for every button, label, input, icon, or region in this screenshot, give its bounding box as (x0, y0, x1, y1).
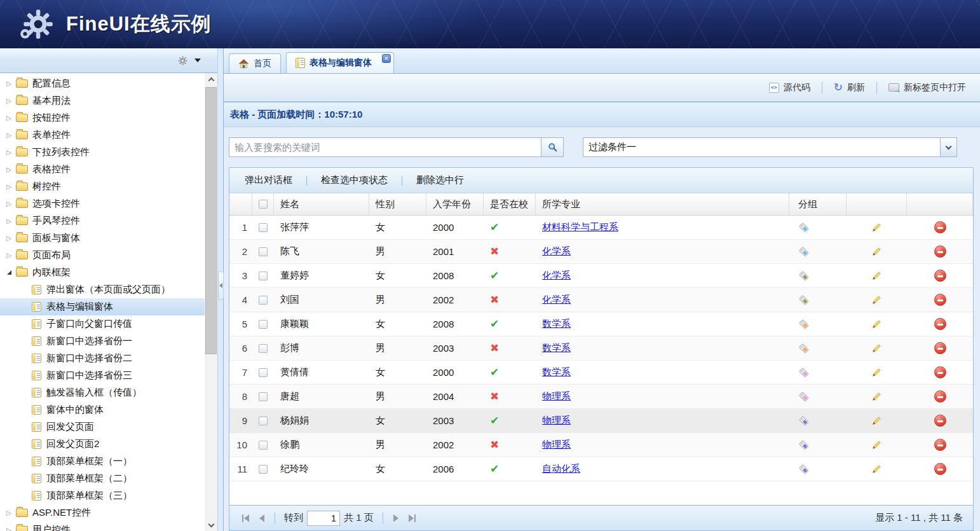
collapsed-arrow-icon[interactable]: ▷ (4, 132, 14, 139)
edit-pencil-icon[interactable] (871, 439, 882, 450)
collapsed-arrow-icon[interactable]: ▷ (4, 149, 14, 156)
scrollbar-thumb[interactable] (205, 87, 217, 354)
table-row[interactable]: 1 张萍萍 女 2000 ✔ 材料科学与工程系 (229, 216, 973, 240)
collapsed-arrow-icon[interactable]: ▷ (4, 97, 14, 104)
tag-icon[interactable] (798, 391, 810, 403)
tag-icon[interactable] (798, 246, 810, 258)
edit-pencil-icon[interactable] (871, 319, 882, 329)
filter-dropdown[interactable]: 过滤条件一 (583, 137, 957, 157)
table-row[interactable]: 4 刘国 男 2002 ✖ 化学系 (229, 288, 973, 312)
edit-pencil-icon[interactable] (871, 391, 882, 402)
table-row[interactable]: 2 陈飞 男 2001 ✖ 化学系 (229, 240, 973, 264)
scroll-up-icon[interactable] (205, 73, 217, 85)
major-link[interactable]: 数学系 (542, 366, 571, 378)
edit-pencil-icon[interactable] (871, 246, 882, 257)
table-row[interactable]: 3 董婷婷 女 2008 ✔ 化学系 (229, 264, 973, 288)
tab-home[interactable]: 首页 (229, 53, 281, 73)
tag-icon[interactable] (798, 464, 810, 475)
header-major[interactable]: 所学专业 (536, 193, 789, 215)
settings-gear-icon[interactable] (177, 55, 188, 66)
page-number-input[interactable] (307, 511, 340, 526)
source-code-button[interactable]: <> 源代码 (764, 79, 815, 96)
collapse-sidebar-handle[interactable] (218, 271, 224, 300)
expanded-arrow-icon[interactable] (4, 269, 14, 276)
tree-child-grid-edit-window-selected[interactable]: 表格与编辑窗体 (0, 298, 205, 315)
major-link[interactable]: 数学系 (542, 342, 571, 354)
row-checkbox[interactable] (259, 344, 268, 353)
sidebar-scrollbar[interactable] (205, 73, 217, 531)
tree-child-postback-parent-2[interactable]: 回发父页面2 (0, 436, 205, 453)
table-row[interactable]: 9 杨娟娟 女 2003 ✔ 物理系 (229, 409, 973, 433)
tree-item-form[interactable]: ▷表单控件 (0, 127, 205, 144)
row-checkbox[interactable] (259, 441, 268, 450)
tree-child-select-province-2[interactable]: 新窗口中选择省份二 (0, 350, 205, 367)
row-checkbox[interactable] (259, 417, 268, 425)
row-checkbox[interactable] (259, 223, 268, 232)
tree-child-window-in-window[interactable]: 窗体中的窗体 (0, 401, 205, 418)
table-row[interactable]: 5 康颖颖 女 2008 ✔ 数学系 (229, 312, 973, 336)
tree-child-popup-window[interactable]: 弹出窗体（本页面或父页面） (0, 281, 205, 298)
tree-child-top-menu-frame-2[interactable]: 顶部菜单框架（二） (0, 470, 205, 487)
open-new-tab-button[interactable]: 新标签页中打开 (883, 79, 971, 96)
tree-item-user-controls[interactable]: ▷用户控件 (0, 521, 205, 531)
collapsed-arrow-icon[interactable]: ▷ (4, 114, 14, 121)
refresh-button[interactable]: ↻ 刷新 (829, 79, 870, 96)
row-checkbox[interactable] (259, 368, 268, 377)
edit-pencil-icon[interactable] (871, 343, 882, 354)
collapsed-arrow-icon[interactable]: ▷ (4, 252, 14, 259)
tree-item-layout[interactable]: ▷页面布局 (0, 247, 205, 264)
dropdown-trigger[interactable] (940, 138, 956, 156)
table-row[interactable]: 6 彭博 男 2003 ✖ 数学系 (229, 336, 973, 361)
major-link[interactable]: 物理系 (542, 439, 571, 451)
tree-item-config[interactable]: ▷配置信息 (0, 75, 205, 92)
tree-child-postback-parent[interactable]: 回发父页面 (0, 418, 205, 436)
delete-row-icon[interactable] (934, 221, 946, 233)
tree-item-dropdown[interactable]: ▷下拉列表控件 (0, 144, 205, 161)
search-button[interactable] (541, 137, 564, 157)
delete-row-icon[interactable] (934, 463, 946, 475)
tag-icon[interactable] (798, 270, 810, 282)
popup-dialog-button[interactable]: 弹出对话框 (238, 172, 299, 189)
next-page-button[interactable] (393, 514, 398, 522)
delete-row-icon[interactable] (934, 439, 946, 451)
table-row[interactable]: 8 唐超 男 2004 ✖ 物理系 (229, 385, 973, 409)
collapsed-arrow-icon[interactable]: ▷ (4, 217, 14, 224)
edit-pencil-icon[interactable] (871, 367, 882, 378)
major-link[interactable]: 化学系 (542, 270, 571, 282)
edit-pencil-icon[interactable] (871, 464, 882, 474)
first-page-button[interactable] (242, 514, 249, 522)
row-checkbox[interactable] (259, 247, 268, 256)
tree-child-trigger-input[interactable]: 触发器输入框（传值） (0, 384, 205, 401)
delete-row-icon[interactable] (934, 366, 946, 378)
tree-child-select-province-3[interactable]: 新窗口中选择省份三 (0, 367, 205, 384)
major-link[interactable]: 数学系 (542, 318, 571, 330)
prev-page-button[interactable] (259, 514, 264, 522)
search-input[interactable] (229, 137, 541, 157)
tree-item-accordion[interactable]: ▷手风琴控件 (0, 212, 205, 230)
row-checkbox[interactable] (259, 296, 268, 305)
collapsed-arrow-icon[interactable]: ▷ (4, 527, 14, 531)
tag-icon[interactable] (798, 439, 810, 451)
major-link[interactable]: 化学系 (542, 294, 571, 306)
major-link[interactable]: 化学系 (542, 245, 571, 258)
settings-caret-down-icon[interactable] (194, 59, 201, 62)
collapsed-arrow-icon[interactable]: ▷ (4, 183, 14, 190)
collapsed-arrow-icon[interactable]: ▷ (4, 80, 14, 87)
major-link[interactable]: 物理系 (542, 390, 571, 403)
table-row[interactable]: 10 徐鹏 男 2002 ✖ 物理系 (229, 433, 973, 457)
header-at-school[interactable]: 是否在校 (484, 193, 536, 215)
tag-icon[interactable] (798, 294, 810, 306)
row-checkbox[interactable] (259, 392, 268, 401)
tree-child-select-province-1[interactable]: 新窗口中选择省份一 (0, 333, 205, 350)
tree-child-top-menu-frame-1[interactable]: 顶部菜单框架（一） (0, 453, 205, 470)
delete-row-icon[interactable] (934, 318, 946, 330)
tag-icon[interactable] (798, 222, 810, 233)
collapsed-arrow-icon[interactable]: ▷ (4, 200, 14, 207)
delete-row-icon[interactable] (934, 342, 946, 354)
header-group[interactable]: 分组 (789, 193, 847, 215)
header-name[interactable]: 姓名 (274, 193, 369, 215)
tag-icon[interactable] (798, 367, 810, 378)
tree-item-aspnet[interactable]: ▷ASP.NET控件 (0, 504, 205, 521)
tree-item-grid[interactable]: ▷表格控件 (0, 161, 205, 178)
tag-icon[interactable] (798, 415, 810, 427)
